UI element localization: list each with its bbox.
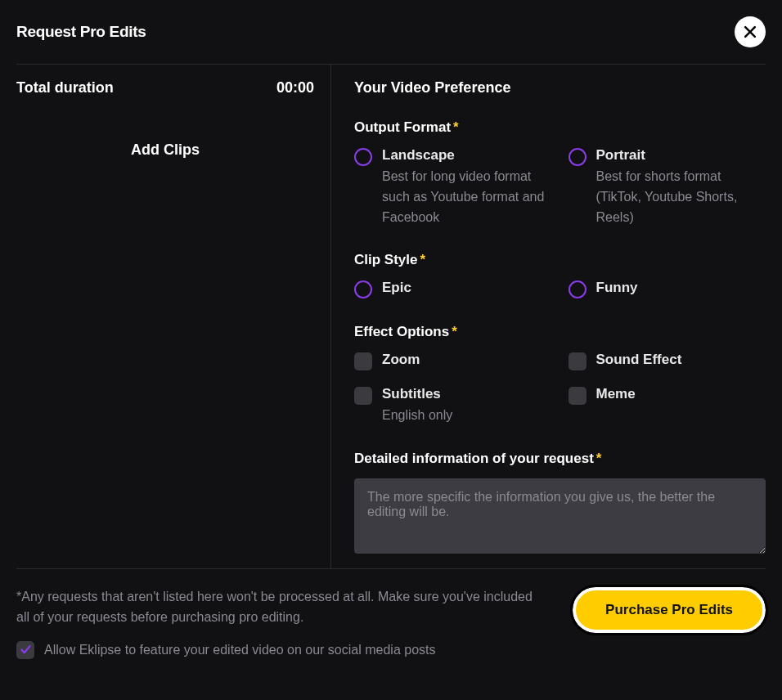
check-icon — [20, 644, 32, 656]
checkbox-icon — [354, 387, 372, 405]
effect-sound-effect[interactable]: Sound Effect — [569, 352, 766, 371]
required-marker: * — [596, 451, 602, 466]
option-desc: Best for long video format such as Youtu… — [382, 167, 552, 227]
clips-panel: Total duration 00:00 Add Clips — [16, 65, 331, 568]
duration-row: Total duration 00:00 — [16, 79, 314, 96]
add-clips-button[interactable]: Add Clips — [16, 141, 314, 159]
modal-footer: *Any requests that aren't listed here wo… — [16, 568, 766, 659]
checkbox-icon — [354, 352, 372, 370]
option-title: Epic — [382, 280, 552, 296]
footer-left: *Any requests that aren't listed here wo… — [16, 587, 548, 659]
effect-meme[interactable]: Meme — [569, 386, 766, 426]
option-desc: Best for shorts format (TikTok, Youtube … — [596, 167, 766, 227]
modal-header: Request Pro Edits — [16, 16, 766, 65]
effect-options-label: Effect Options* — [354, 324, 766, 340]
output-format-label: Output Format* — [354, 119, 766, 136]
close-button[interactable] — [735, 16, 766, 47]
detailed-info-container — [354, 478, 766, 557]
duration-value: 00:00 — [276, 79, 314, 96]
effect-zoom[interactable]: Zoom — [354, 352, 552, 371]
clip-style-funny[interactable]: Funny — [569, 280, 766, 299]
consent-row[interactable]: Allow Eklipse to feature your edited vid… — [16, 641, 548, 659]
purchase-button[interactable]: Purchase Pro Edits — [573, 587, 766, 633]
option-title: Subtitles — [382, 386, 552, 402]
option-title: Zoom — [382, 352, 552, 368]
clip-style-epic[interactable]: Epic — [354, 280, 552, 299]
consent-checkbox — [16, 641, 34, 659]
radio-icon — [354, 280, 372, 298]
modal-body: Total duration 00:00 Add Clips Your Vide… — [16, 65, 766, 568]
radio-icon — [569, 148, 586, 166]
option-title: Portrait — [596, 147, 766, 164]
output-format-landscape[interactable]: Landscape Best for long video format suc… — [354, 147, 552, 227]
output-format-options: Landscape Best for long video format suc… — [354, 147, 766, 227]
detailed-info-label: Detailed information of your request* — [354, 451, 766, 467]
effect-options-row1: Zoom Sound Effect — [354, 352, 766, 371]
radio-icon — [569, 280, 586, 298]
option-title: Sound Effect — [596, 352, 766, 368]
option-title: Funny — [596, 280, 766, 296]
clip-style-label: Clip Style* — [354, 252, 766, 268]
preferences-title: Your Video Preference — [354, 79, 766, 96]
detailed-info-textarea[interactable] — [354, 478, 766, 554]
effect-options-row2: Subtitles English only Meme — [354, 386, 766, 426]
required-marker: * — [420, 252, 425, 267]
checkbox-icon — [569, 387, 586, 405]
option-title: Landscape — [382, 147, 552, 164]
clip-style-options: Epic Funny — [354, 280, 766, 299]
footer-note: *Any requests that aren't listed here wo… — [16, 587, 548, 628]
modal-title: Request Pro Edits — [16, 23, 146, 41]
preferences-panel: Your Video Preference Output Format* Lan… — [331, 65, 766, 568]
request-pro-edits-modal: Request Pro Edits Total duration 00:00 A… — [0, 0, 782, 700]
consent-label: Allow Eklipse to feature your edited vid… — [44, 643, 435, 657]
output-format-portrait[interactable]: Portrait Best for shorts format (TikTok,… — [569, 147, 766, 227]
checkbox-icon — [569, 352, 586, 370]
close-icon — [742, 24, 758, 40]
radio-icon — [354, 148, 372, 166]
option-title: Meme — [596, 386, 766, 402]
duration-label: Total duration — [16, 79, 114, 96]
required-marker: * — [452, 324, 457, 339]
required-marker: * — [453, 119, 459, 135]
option-desc: English only — [382, 406, 552, 426]
effect-subtitles[interactable]: Subtitles English only — [354, 386, 552, 426]
